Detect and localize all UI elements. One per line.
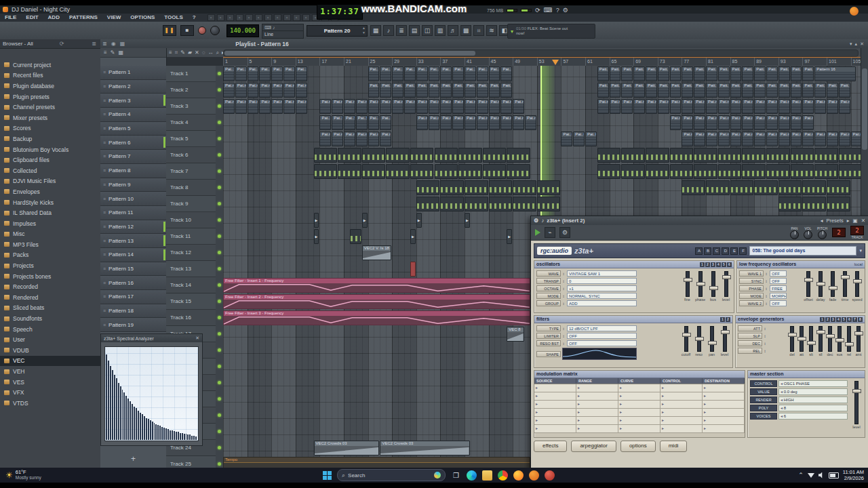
matrix-cell[interactable]: ▸ [703,425,745,433]
icon-paste-icon[interactable]: ▫ [293,14,300,21]
spinner-icon[interactable]: ↕ [764,287,769,291]
clip-pat[interactable]: Pat..5 [319,115,331,130]
file-explorer-icon[interactable] [482,470,492,481]
browser-item-collected[interactable]: Collected [0,165,100,176]
clip-red[interactable] [410,262,416,277]
clip-pat[interactable]: Patt. 17 [621,83,633,98]
pattern-item-pattern-13[interactable]: ≡Pattern 13 [100,234,166,248]
track-name[interactable]: Track 10 [166,212,216,228]
slip-icon[interactable]: ↔ [208,49,214,56]
midi-value-box[interactable]: 2 [850,226,864,235]
fl-studio-taskbar-icon[interactable] [529,470,539,481]
clip-pat[interactable]: Patt. 13 [465,83,476,98]
param-value[interactable]: 12 dB/OCT LPF [567,325,637,331]
tab-1[interactable]: 1 [820,317,825,322]
track-led[interactable] [218,202,221,205]
clip-pat[interactable]: Pat.n 2 [223,83,235,98]
clip-pat[interactable]: Pat.n 6 [802,131,814,146]
slider-thumb[interactable] [682,333,691,337]
clip-notes[interactable] [646,164,669,179]
clip-notes[interactable] [827,197,850,211]
matrix-cell[interactable]: ▸ [534,392,576,401]
clip-tempo[interactable]: Tempo [223,457,530,468]
browser-item-envelopes[interactable]: Envelopes [0,186,100,197]
wifi-icon[interactable] [808,473,814,478]
master-level-slider[interactable]: level [850,380,863,429]
clip-pat[interactable]: Pat..5 [332,115,343,130]
clip-pat[interactable]: Pat.n 4 [452,99,464,114]
clip-notes[interactable] [742,164,766,179]
z3ta-plugin-window[interactable]: ⚙ ♪ z3ta+ (Insert 2) ◂ Presets ▸ ▣ ✕ ⌁ ⚙ [530,216,868,468]
clip-pat[interactable]: Pat.n 4 [694,99,705,114]
clip-pat[interactable]: Pattern 16 [814,66,856,81]
start-button[interactable] [323,471,332,480]
clip-pat[interactable]: Patt. 16 [633,66,645,81]
browser-item-recorded[interactable]: Recorded [0,281,100,292]
slider-thumb[interactable] [696,282,705,286]
slider-offset[interactable]: offset [803,270,814,308]
param-label[interactable]: MODE [739,293,764,299]
matrix-cell[interactable]: ▸ [576,384,618,392]
slider-sus[interactable]: sus [835,325,844,357]
clip-pat[interactable]: Pat.n 6 [814,131,826,146]
param-label[interactable]: MODE [536,293,561,299]
tab-5[interactable]: 5 [842,317,846,322]
browser-menu-icon[interactable]: ≣ [90,41,98,47]
tab-1[interactable]: 1 [720,317,725,322]
param-value[interactable]: OFF [770,270,787,277]
clip-notes[interactable] [314,148,338,163]
magnet-icon[interactable]: ⌗ [175,49,178,56]
clip-notes[interactable] [483,148,507,163]
clip-pat[interactable]: Patt. 16 [646,66,657,81]
spinner-icon[interactable]: ↕ [762,334,768,338]
battery-icon[interactable] [829,472,839,479]
clip-pat[interactable]: Pat.n 6 [380,131,391,146]
clip-auto[interactable]: Free Filter - Insert 2 - Frequency [223,294,530,309]
clip-pat[interactable]: Pat..12 [416,66,428,81]
browser-icon[interactable]: ◫ [422,25,433,36]
clip-notes[interactable] [778,180,802,195]
clip-audio[interactable]: VEC 8 [507,327,524,342]
clip-pat[interactable]: Pat.n 4 [621,99,633,114]
clip-notes[interactable] [791,148,814,163]
zoom-icon[interactable]: ⌕ [216,49,219,56]
media-app-icon[interactable] [545,470,555,481]
clip-pat[interactable]: Patt. 16 [742,66,753,81]
slider-thumb[interactable] [854,331,863,336]
clip-pat[interactable]: Pat.n 6 [730,131,742,146]
delete-icon[interactable]: ✕ [195,49,199,56]
browser-item-sliced-beats[interactable]: Sliced beats [0,303,100,314]
clip-pat[interactable]: Pat.n 3 [248,99,259,114]
browser-item-vfx[interactable]: VFX [0,387,100,398]
clip-pat[interactable]: Patt. 17 [718,83,730,98]
clip-pat[interactable]: Patt. 16 [610,66,621,81]
track-led[interactable] [218,251,221,254]
param-label[interactable]: ATT [738,325,762,331]
clip-notes[interactable] [597,148,621,163]
clip-notes[interactable] [507,164,530,179]
slider-cutoff[interactable]: cutoff [680,325,692,360]
pattern-item-pattern-6[interactable]: ≡Pattern 6 [100,136,166,150]
clip-pat[interactable]: Pat.n 4 [404,99,416,114]
slider-dec[interactable]: dec [826,325,834,357]
clip-pat[interactable]: Patt. 17 [839,83,850,98]
presets-label[interactable]: Presets [826,218,843,224]
clip-pat[interactable]: Pat.n 3 [235,99,247,114]
clip-pat[interactable]: Patt. 16 [706,66,717,81]
clip-pat[interactable]: Pat..12 [452,66,464,81]
matrix-cell[interactable]: ▸ [534,409,576,417]
clip-pat[interactable]: Pat.n 4 [344,99,355,114]
typing-keyboard-icon[interactable]: ⌨ [544,7,553,14]
add-pattern-button[interactable]: + [100,454,166,464]
param-label[interactable]: TRANSP [536,278,561,284]
spinner-icon[interactable]: ↕ [561,302,566,306]
clip-pat[interactable]: Patt. 16 [658,66,669,81]
spinner-icon[interactable]: ↕ [762,342,768,346]
clip-pat[interactable]: Pat.n 4 [392,99,403,114]
param-label[interactable]: TYPE [536,325,561,331]
spinner-icon[interactable]: ↕ [764,272,769,276]
metronome-knob[interactable] [210,26,220,35]
minimize-icon[interactable]: ▾ [850,41,852,47]
browser-item-veh[interactable]: VEH [0,366,100,377]
snap-tool-selector[interactable]: ⌨ ♪ Line [262,24,304,39]
